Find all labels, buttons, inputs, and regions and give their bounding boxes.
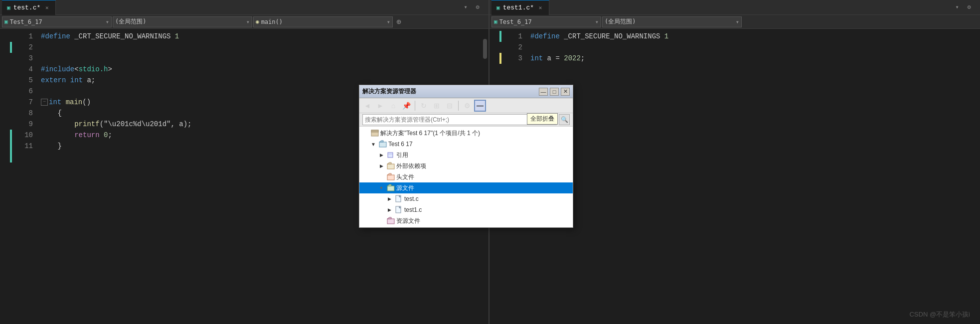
right-tab-icon: ▣ [496, 4, 500, 11]
se-project-label: Test 6 17 [388, 141, 413, 148]
collapse-toggle-7[interactable]: − [41, 99, 48, 106]
left-tab-label: test.c* [13, 4, 41, 11]
right-project-select[interactable]: ▣ Test_6_17 ▾ [491, 16, 601, 27]
svg-rect-2 [379, 142, 386, 147]
se-ext-expand[interactable]: ▶ [377, 162, 385, 170]
left-tab-actions: ▾ ⚙ [461, 2, 487, 12]
left-split-btn[interactable]: ⊕ [394, 16, 404, 27]
se-titlebar: 解决方案资源管理器 — □ ✕ [359, 85, 573, 98]
se-settings-btn[interactable]: ⚙ [461, 100, 473, 112]
svg-rect-10 [387, 219, 394, 224]
se-src-label: 源文件 [396, 184, 414, 192]
se-test1c-expand[interactable]: ▶ [385, 206, 393, 214]
se-tree-references[interactable]: ▶ 引用 [359, 150, 573, 161]
se-close-btn[interactable]: ✕ [561, 88, 570, 96]
se-tree-external[interactable]: ▶ 外部依赖项 [359, 161, 573, 171]
se-solution-label: 解决方案"Test 6 17"(1 个项目/共 1 个) [380, 129, 480, 138]
left-scroll-thumb[interactable] [483, 39, 487, 59]
left-tab-settings[interactable]: ⚙ [473, 2, 483, 12]
se-testc-label: test.c [404, 195, 419, 202]
left-tab-dropdown[interactable]: ▾ [461, 2, 471, 12]
left-code-line-3 [37, 53, 482, 64]
svg-rect-7 [387, 186, 394, 191]
se-collapse-btn[interactable]: — [474, 100, 486, 112]
left-toolbar: ▣ Test_6_17 ▾ (全局范围) ▾ ◉ main() ▾ ⊕ [0, 15, 489, 29]
se-ref-label: 引用 [396, 151, 408, 160]
right-tab-test1c[interactable]: ▣ test1.c* ✕ [491, 0, 549, 15]
right-project-label: Test_6_17 [499, 18, 532, 25]
right-toolbar: ▣ Test_6_17 ▾ (全局范围) ▾ [490, 15, 980, 29]
se-res-expand[interactable] [377, 217, 385, 225]
se-tree-resources[interactable]: 资源文件 [359, 215, 573, 226]
right-code-line-2 [526, 42, 980, 53]
se-new-folder-btn[interactable]: ⊞ [431, 100, 443, 112]
se-ext-label: 外部依赖项 [396, 162, 426, 170]
right-code-line-1: #define _CRT_SECURE_NO_WARNINGS 1 [526, 31, 980, 42]
se-back-btn[interactable]: ◄ [361, 100, 373, 112]
se-tree-test1c[interactable]: ▶ test1.c [359, 204, 573, 215]
right-tab-bar: ▣ test1.c* ✕ ▾ ⚙ [490, 0, 980, 15]
se-res-icon [387, 217, 395, 225]
right-tab-close[interactable]: ✕ [537, 4, 544, 11]
se-tree-headers[interactable]: 头文件 [359, 171, 573, 182]
se-sep-2 [458, 101, 459, 111]
se-ref-icon [387, 151, 395, 159]
right-code-content[interactable]: #define _CRT_SECURE_NO_WARNINGS 1 int a … [526, 29, 980, 324]
se-src-expand[interactable]: ▼ [377, 184, 385, 192]
se-refresh-btn[interactable]: ↻ [418, 100, 430, 112]
left-tab-close[interactable]: ✕ [43, 4, 50, 11]
right-tab-actions: ▾ ⚙ [952, 2, 978, 12]
se-minimize-btn[interactable]: — [539, 88, 548, 96]
se-tree-solution[interactable]: 解决方案"Test 6 17"(1 个项目/共 1 个) [359, 128, 573, 139]
se-test1c-label: test1.c [404, 206, 422, 213]
left-change-indicator [10, 29, 12, 324]
se-testc-expand[interactable]: ▶ [385, 195, 393, 203]
se-ext-icon [387, 162, 395, 170]
svg-rect-6 [387, 175, 394, 180]
se-show-all-btn[interactable]: ⊟ [444, 100, 456, 112]
solution-explorer-panel: 解决方案资源管理器 — □ ✕ ◄ ► ⌂ 📌 ↻ ⊞ ⊟ ⚙ — 🔍 [359, 85, 573, 228]
se-home-btn[interactable]: ⌂ [387, 100, 399, 112]
se-solution-icon [371, 129, 379, 137]
se-solution-expand[interactable] [361, 129, 369, 137]
right-tab-dropdown[interactable]: ▾ [952, 2, 962, 12]
se-hdr-icon [387, 173, 395, 181]
se-restore-btn[interactable]: □ [550, 88, 559, 96]
se-tree-testc[interactable]: ▶ test.c [359, 193, 573, 204]
se-test1c-icon [395, 206, 403, 214]
left-code-line-4: #include<stdio.h> [37, 64, 482, 75]
se-forward-btn[interactable]: ► [374, 100, 386, 112]
left-tab-icon: ▣ [7, 4, 10, 11]
right-scope-select[interactable]: (全局范围) ▾ [602, 16, 742, 27]
left-function-select[interactable]: ◉ main() ▾ [253, 16, 393, 27]
right-scope-label: (全局范围) [605, 17, 636, 26]
right-tab-settings[interactable]: ⚙ [964, 2, 974, 12]
watermark: CSDN @不是笨小孩i [909, 310, 970, 319]
svg-rect-3 [388, 153, 393, 158]
se-tree: 解决方案"Test 6 17"(1 个项目/共 1 个) ▼ Test 6 17… [359, 127, 573, 227]
se-testc-icon [395, 195, 403, 203]
left-project-label: Test_6_17 [10, 18, 42, 25]
se-hdr-label: 头文件 [396, 173, 414, 181]
left-scope-select[interactable]: (全局范围) ▾ [113, 16, 252, 27]
se-tree-sources[interactable]: ▼ 源文件 [359, 182, 573, 193]
se-project-icon [379, 140, 387, 148]
se-collapse-tooltip: 全部折叠 [527, 113, 558, 125]
se-ref-expand[interactable]: ▶ [377, 151, 385, 159]
left-project-select[interactable]: ▣ Test_6_17 ▾ [2, 16, 112, 27]
se-pin-btn[interactable]: 📌 [400, 100, 412, 112]
se-search-bar: 🔍 全部折叠 [359, 113, 573, 127]
se-src-icon [387, 184, 395, 192]
right-tab-label: test1.c* [503, 4, 534, 11]
left-tab-bar: ▣ test.c* ✕ ▾ ⚙ [0, 0, 489, 15]
se-search-btn[interactable]: 🔍 [559, 114, 570, 125]
svg-rect-5 [387, 164, 394, 169]
se-tree-project[interactable]: ▼ Test 6 17 [359, 139, 573, 150]
svg-rect-1 [371, 130, 378, 132]
left-function-label: main() [261, 18, 283, 25]
left-code-line-2 [37, 42, 482, 53]
se-hdr-expand[interactable] [377, 173, 385, 181]
left-line-numbers: 1 2 3 4 5 6 7 8 9 10 11 [12, 29, 37, 324]
se-project-expand[interactable]: ▼ [369, 140, 377, 148]
left-tab-testc[interactable]: ▣ test.c* ✕ [2, 0, 56, 15]
